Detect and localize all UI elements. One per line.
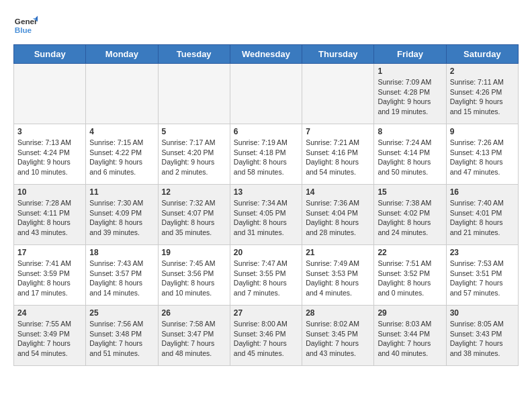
day-info: Sunrise: 8:03 AM Sunset: 3:44 PM Dayligh… [378,319,442,359]
calendar-cell: 3Sunrise: 7:13 AM Sunset: 4:24 PM Daylig… [14,124,86,185]
day-info: Sunrise: 7:11 AM Sunset: 4:26 PM Dayligh… [450,77,515,117]
svg-text:General: General [15,17,38,26]
calendar-cell: 15Sunrise: 7:38 AM Sunset: 4:02 PM Dayli… [374,185,446,245]
calendar-cell: 20Sunrise: 7:47 AM Sunset: 3:55 PM Dayli… [230,245,302,306]
day-info: Sunrise: 7:43 AM Sunset: 3:57 PM Dayligh… [89,259,154,298]
day-number: 16 [450,187,515,197]
calendar: SundayMondayTuesdayWednesdayThursdayFrid… [13,44,519,366]
day-info: Sunrise: 7:32 AM Sunset: 4:07 PM Dayligh… [162,198,226,238]
calendar-cell: 21Sunrise: 7:49 AM Sunset: 3:53 PM Dayli… [302,245,374,306]
day-number: 11 [89,187,154,197]
calendar-cell: 10Sunrise: 7:28 AM Sunset: 4:11 PM Dayli… [14,185,86,245]
calendar-cell [302,64,374,124]
calendar-cell [14,64,86,124]
day-number: 10 [17,187,82,197]
calendar-cell [230,64,302,124]
day-info: Sunrise: 7:13 AM Sunset: 4:24 PM Dayligh… [17,138,82,177]
day-info: Sunrise: 7:24 AM Sunset: 4:14 PM Dayligh… [378,138,442,177]
calendar-cell: 26Sunrise: 7:58 AM Sunset: 3:47 PM Dayli… [158,306,230,366]
calendar-cell: 9Sunrise: 7:26 AM Sunset: 4:13 PM Daylig… [446,124,518,185]
day-number: 25 [89,308,154,318]
calendar-cell: 23Sunrise: 7:53 AM Sunset: 3:51 PM Dayli… [446,245,518,306]
calendar-cell: 17Sunrise: 7:41 AM Sunset: 3:59 PM Dayli… [14,245,86,306]
weekday-header: Tuesday [158,45,230,64]
weekday-header: Thursday [302,45,374,64]
calendar-cell: 27Sunrise: 8:00 AM Sunset: 3:46 PM Dayli… [230,306,302,366]
day-info: Sunrise: 7:47 AM Sunset: 3:55 PM Dayligh… [234,259,298,298]
calendar-cell: 18Sunrise: 7:43 AM Sunset: 3:57 PM Dayli… [86,245,158,306]
day-info: Sunrise: 7:55 AM Sunset: 3:49 PM Dayligh… [17,319,82,359]
calendar-cell: 19Sunrise: 7:45 AM Sunset: 3:56 PM Dayli… [158,245,230,306]
day-info: Sunrise: 7:41 AM Sunset: 3:59 PM Dayligh… [17,259,82,298]
calendar-cell: 1Sunrise: 7:09 AM Sunset: 4:28 PM Daylig… [374,64,446,124]
weekday-header: Wednesday [230,45,302,64]
day-number: 12 [162,187,226,197]
day-info: Sunrise: 8:00 AM Sunset: 3:46 PM Dayligh… [234,319,298,359]
day-info: Sunrise: 7:53 AM Sunset: 3:51 PM Dayligh… [450,259,515,298]
page-header: General Blue [13,13,519,38]
day-info: Sunrise: 7:26 AM Sunset: 4:13 PM Dayligh… [450,138,515,177]
day-info: Sunrise: 8:02 AM Sunset: 3:45 PM Dayligh… [306,319,370,359]
calendar-cell: 12Sunrise: 7:32 AM Sunset: 4:07 PM Dayli… [158,185,230,245]
weekday-header: Saturday [446,45,518,64]
day-number: 20 [234,248,298,257]
svg-text:Blue: Blue [15,26,32,34]
day-number: 19 [162,248,226,257]
day-number: 24 [17,308,82,318]
calendar-cell [86,64,158,124]
day-number: 4 [89,127,154,136]
calendar-cell [158,64,230,124]
calendar-week-row: 17Sunrise: 7:41 AM Sunset: 3:59 PM Dayli… [14,245,519,306]
day-number: 14 [306,187,370,197]
day-number: 22 [378,248,442,257]
calendar-cell: 30Sunrise: 8:05 AM Sunset: 3:43 PM Dayli… [446,306,518,366]
day-number: 18 [89,248,154,257]
calendar-cell: 11Sunrise: 7:30 AM Sunset: 4:09 PM Dayli… [86,185,158,245]
day-number: 2 [450,66,515,76]
logo-icon: General Blue [13,13,38,38]
day-info: Sunrise: 7:19 AM Sunset: 4:18 PM Dayligh… [234,138,298,177]
calendar-cell: 24Sunrise: 7:55 AM Sunset: 3:49 PM Dayli… [14,306,86,366]
calendar-cell: 16Sunrise: 7:40 AM Sunset: 4:01 PM Dayli… [446,185,518,245]
calendar-week-row: 10Sunrise: 7:28 AM Sunset: 4:11 PM Dayli… [14,185,519,245]
logo: General Blue [13,13,40,38]
calendar-week-row: 24Sunrise: 7:55 AM Sunset: 3:49 PM Dayli… [14,306,519,366]
day-info: Sunrise: 7:58 AM Sunset: 3:47 PM Dayligh… [162,319,226,359]
day-info: Sunrise: 7:56 AM Sunset: 3:48 PM Dayligh… [89,319,154,359]
day-number: 27 [234,308,298,318]
calendar-cell: 4Sunrise: 7:15 AM Sunset: 4:22 PM Daylig… [86,124,158,185]
calendar-cell: 6Sunrise: 7:19 AM Sunset: 4:18 PM Daylig… [230,124,302,185]
calendar-cell: 22Sunrise: 7:51 AM Sunset: 3:52 PM Dayli… [374,245,446,306]
day-number: 30 [450,308,515,318]
calendar-cell: 29Sunrise: 8:03 AM Sunset: 3:44 PM Dayli… [374,306,446,366]
day-info: Sunrise: 7:45 AM Sunset: 3:56 PM Dayligh… [162,259,226,298]
day-info: Sunrise: 8:05 AM Sunset: 3:43 PM Dayligh… [450,319,515,359]
day-number: 7 [306,127,370,136]
day-number: 3 [17,127,82,136]
calendar-week-row: 3Sunrise: 7:13 AM Sunset: 4:24 PM Daylig… [14,124,519,185]
day-info: Sunrise: 7:21 AM Sunset: 4:16 PM Dayligh… [306,138,370,177]
day-number: 29 [378,308,442,318]
day-info: Sunrise: 7:30 AM Sunset: 4:09 PM Dayligh… [89,198,154,238]
day-info: Sunrise: 7:15 AM Sunset: 4:22 PM Dayligh… [89,138,154,177]
calendar-cell: 8Sunrise: 7:24 AM Sunset: 4:14 PM Daylig… [374,124,446,185]
day-info: Sunrise: 7:38 AM Sunset: 4:02 PM Dayligh… [378,198,442,238]
day-number: 5 [162,127,226,136]
calendar-cell: 7Sunrise: 7:21 AM Sunset: 4:16 PM Daylig… [302,124,374,185]
weekday-header: Monday [86,45,158,64]
weekday-header: Friday [374,45,446,64]
calendar-week-row: 1Sunrise: 7:09 AM Sunset: 4:28 PM Daylig… [14,64,519,124]
day-number: 6 [234,127,298,136]
calendar-cell: 25Sunrise: 7:56 AM Sunset: 3:48 PM Dayli… [86,306,158,366]
day-info: Sunrise: 7:51 AM Sunset: 3:52 PM Dayligh… [378,259,442,298]
weekday-header: Sunday [14,45,86,64]
calendar-cell: 14Sunrise: 7:36 AM Sunset: 4:04 PM Dayli… [302,185,374,245]
calendar-header-row: SundayMondayTuesdayWednesdayThursdayFrid… [14,45,519,64]
day-info: Sunrise: 7:36 AM Sunset: 4:04 PM Dayligh… [306,198,370,238]
day-info: Sunrise: 7:28 AM Sunset: 4:11 PM Dayligh… [17,198,82,238]
day-number: 17 [17,248,82,257]
day-info: Sunrise: 7:09 AM Sunset: 4:28 PM Dayligh… [378,77,442,117]
day-number: 1 [378,66,442,76]
day-number: 23 [450,248,515,257]
day-number: 26 [162,308,226,318]
